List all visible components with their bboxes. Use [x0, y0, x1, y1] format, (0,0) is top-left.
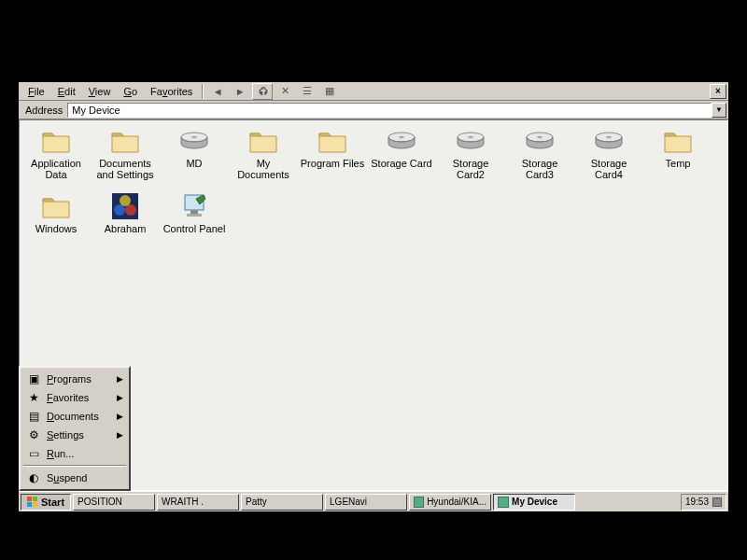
- drive-icon: [387, 126, 416, 156]
- item-md[interactable]: MD: [161, 126, 228, 191]
- menu-view[interactable]: View: [83, 84, 117, 99]
- start-menu-suspend[interactable]: ◐Suspend: [22, 469, 127, 487]
- menubar: FileEditViewGoFavorites ◄►⮉✕☰▦ ×: [19, 82, 728, 101]
- taskbar-button-label: Patty: [246, 497, 267, 507]
- drive-icon: [594, 126, 624, 156]
- menu-go[interactable]: Go: [118, 84, 143, 99]
- start-label: Start: [41, 497, 64, 508]
- start-menu-item-label: Suspend: [47, 472, 87, 483]
- item-label: Documents and Settings: [92, 158, 158, 180]
- taskbar-button-patty[interactable]: Patty: [241, 494, 323, 511]
- documents-icon: ▤: [26, 409, 41, 424]
- item-control-panel[interactable]: Control Panel: [161, 191, 228, 257]
- tray-icon: [712, 497, 722, 507]
- item-documents-and-settings[interactable]: Documents and Settings: [92, 126, 159, 191]
- taskbar-button-position[interactable]: POSITION: [73, 494, 155, 511]
- svg-rect-19: [27, 502, 32, 507]
- taskbar-button-my-device[interactable]: My Device: [493, 494, 575, 511]
- address-dropdown[interactable]: ▼: [712, 103, 726, 118]
- item-label: Storage Card2: [438, 158, 503, 180]
- favorites-icon: ★: [26, 390, 41, 405]
- taskbar-button-label: Hyundai/KIA...: [427, 497, 486, 507]
- item-label: Program Files: [301, 158, 364, 169]
- views-icon: ▦: [325, 85, 334, 97]
- toolbar-properties-button[interactable]: ☰: [297, 83, 317, 100]
- start-menu-item-label: Favorites: [47, 392, 89, 403]
- delete-icon: ✕: [281, 85, 289, 97]
- start-menu-item-label: Run...: [47, 448, 74, 459]
- folder-icon: [317, 126, 347, 156]
- taskbar: Start POSITIONWRAITH .PattyLGENaviHyunda…: [19, 491, 728, 511]
- start-menu-programs[interactable]: ▣Programs▶: [22, 370, 127, 388]
- folder-icon: [663, 126, 693, 156]
- start-menu-item-label: Documents: [47, 411, 99, 422]
- item-label: Application Data: [23, 158, 89, 180]
- item-label: Windows: [35, 223, 78, 234]
- start-menu-separator: [23, 465, 126, 467]
- item-label: Abraham: [105, 223, 147, 234]
- up-icon: ⮉: [258, 86, 268, 97]
- item-application-data[interactable]: Application Data: [22, 126, 90, 191]
- taskbar-button-label: WRAITH .: [162, 497, 204, 507]
- back-icon: ◄: [213, 86, 223, 97]
- cpl-icon: [179, 191, 209, 221]
- toolbar-back-button[interactable]: ◄: [207, 83, 228, 100]
- menu-edit[interactable]: Edit: [52, 84, 81, 99]
- properties-icon: ☰: [303, 85, 312, 97]
- taskbar-button-lgenavi[interactable]: LGENavi: [325, 494, 407, 511]
- explorer-window: FileEditViewGoFavorites ◄►⮉✕☰▦ × Address…: [19, 82, 728, 511]
- start-menu-favorites[interactable]: ★Favorites▶: [22, 388, 127, 407]
- app-icon: [110, 191, 140, 221]
- run-icon: ▭: [26, 446, 41, 461]
- item-label: Temp: [666, 158, 691, 169]
- start-button[interactable]: Start: [21, 494, 71, 511]
- toolbar-forward-button[interactable]: ►: [230, 83, 250, 100]
- item-storage-card2[interactable]: Storage Card2: [437, 126, 504, 191]
- address-bar: Address My Device ▼: [19, 101, 728, 119]
- item-storage-card[interactable]: Storage Card: [368, 126, 435, 191]
- windows-flag-icon: [27, 497, 38, 508]
- svg-point-3: [399, 136, 404, 138]
- start-menu-settings[interactable]: ⚙Settings▶: [22, 426, 127, 444]
- item-label: My Documents: [231, 158, 296, 180]
- item-storage-card4[interactable]: Storage Card4: [575, 126, 642, 191]
- address-field[interactable]: My Device: [67, 103, 712, 118]
- toolbar: ◄►⮉✕☰▦: [207, 83, 340, 100]
- folder-icon: [248, 126, 278, 156]
- taskbar-app-icon: [414, 497, 424, 508]
- svg-point-9: [606, 136, 612, 138]
- taskbar-button-label: LGENavi: [330, 497, 367, 507]
- address-label: Address: [21, 104, 67, 117]
- menu-favorites[interactable]: Favorites: [145, 84, 198, 99]
- item-temp[interactable]: Temp: [644, 126, 712, 191]
- toolbar-up-button[interactable]: ⮉: [252, 83, 273, 100]
- item-label: Control Panel: [163, 223, 226, 234]
- start-menu-run-[interactable]: ▭Run...: [22, 444, 127, 463]
- start-menu-item-label: Programs: [47, 373, 92, 385]
- system-tray[interactable]: 19:53: [681, 494, 726, 511]
- clock: 19:53: [685, 497, 709, 507]
- taskbar-button-hyundai-kia-[interactable]: Hyundai/KIA...: [409, 494, 491, 511]
- svg-point-1: [191, 136, 197, 138]
- menu-file[interactable]: File: [22, 84, 50, 99]
- item-label: Storage Card: [371, 158, 431, 169]
- item-my-documents[interactable]: My Documents: [230, 126, 297, 191]
- svg-point-5: [468, 136, 473, 138]
- taskbar-button-wraith-[interactable]: WRAITH .: [157, 494, 239, 511]
- toolbar-views-button[interactable]: ▦: [319, 83, 340, 100]
- folder-icon: [110, 126, 140, 156]
- drive-icon: [456, 126, 486, 156]
- toolbar-delete-button[interactable]: ✕: [275, 83, 295, 100]
- toolbar-separator: [202, 84, 204, 99]
- forward-icon: ►: [235, 86, 246, 97]
- svg-rect-16: [187, 214, 202, 217]
- close-button[interactable]: ×: [710, 84, 726, 99]
- programs-icon: ▣: [26, 371, 41, 386]
- start-menu-documents[interactable]: ▤Documents▶: [22, 407, 127, 426]
- item-storage-card3[interactable]: Storage Card3: [506, 126, 573, 191]
- item-abraham[interactable]: Abraham: [92, 191, 159, 257]
- address-value: My Device: [72, 104, 120, 117]
- item-program-files[interactable]: Program Files: [299, 126, 366, 191]
- folder-icon: [41, 126, 71, 156]
- item-windows[interactable]: Windows: [22, 191, 90, 257]
